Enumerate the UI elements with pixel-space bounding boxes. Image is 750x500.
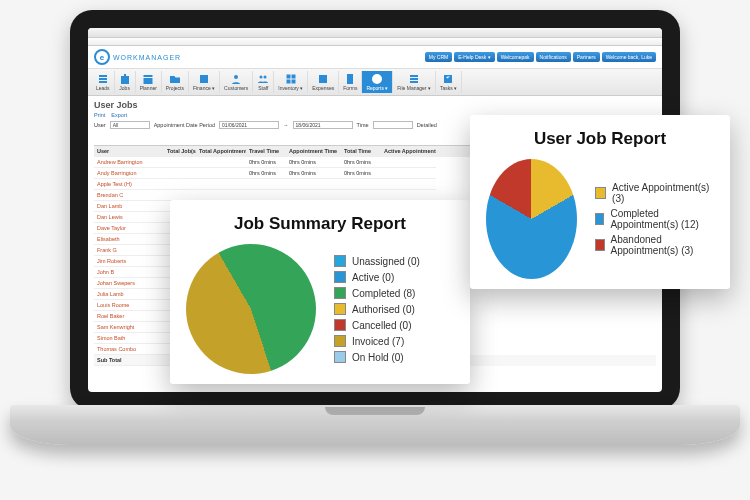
legend-swatch — [334, 303, 346, 315]
legend-item: Invoiced (7) — [334, 335, 420, 347]
user-link[interactable]: Frank G — [94, 245, 164, 256]
toolbar-forms[interactable]: Forms — [339, 71, 362, 93]
legend-swatch — [334, 287, 346, 299]
table-cell — [164, 157, 196, 168]
filter-time-label: Time — [357, 122, 369, 128]
legend-item: On Hold (0) — [334, 351, 420, 363]
legend-item: Abandoned Appointment(s) (3) — [595, 234, 714, 256]
user-link[interactable]: Dan Lamb — [94, 201, 164, 212]
toolbar-reports[interactable]: Reports ▾ — [362, 71, 393, 93]
legend-label: Active Appointment(s) (3) — [612, 182, 714, 204]
app-logo: e WORKMANAGER — [94, 49, 181, 65]
legend-item: Cancelled (0) — [334, 319, 420, 331]
toolbar-expenses-label: Expenses — [312, 85, 334, 91]
header-btn-notifications[interactable]: Notifications — [536, 52, 571, 62]
card-user-job-title: User Job Report — [486, 129, 714, 149]
action-print[interactable]: Print — [94, 112, 105, 118]
user-link[interactable]: Louis Roome — [94, 300, 164, 311]
toolbar-finance[interactable]: Finance ▾ — [189, 71, 220, 93]
main-toolbar: Leads Jobs Planner Projects Finance ▾ Cu… — [88, 69, 662, 96]
user-link[interactable]: Julia Lamb — [94, 289, 164, 300]
header-btn-helpdesk[interactable]: E-Help Desk ▾ — [454, 52, 494, 62]
table-header: Active Appointment — [381, 146, 436, 157]
header-btn-partners[interactable]: Partners — [573, 52, 600, 62]
table-header: User — [94, 146, 164, 157]
browser-tabbar — [88, 28, 662, 38]
user-link[interactable]: Andy Barrington — [94, 168, 164, 179]
toolbar-finance-label: Finance ▾ — [193, 85, 215, 91]
table-cell: 0hrs 0mins — [286, 168, 341, 179]
toolbar-staff[interactable]: Staff — [253, 71, 274, 93]
user-link[interactable]: Brendan C — [94, 190, 164, 201]
app-header: e WORKMANAGER My CRM E-Help Desk ▾ Welco… — [88, 46, 662, 69]
toolbar-planner-label: Planner — [140, 85, 157, 91]
toolbar-projects[interactable]: Projects — [162, 71, 189, 93]
filter-user-select[interactable]: All — [110, 121, 150, 129]
toolbar-projects-label: Projects — [166, 85, 184, 91]
table-header: Total Time — [341, 146, 381, 157]
legend-label: Authorised (0) — [352, 304, 415, 315]
toolbar-customers[interactable]: Customers — [220, 71, 253, 93]
user-link[interactable]: John B — [94, 267, 164, 278]
filter-detailed-label: Detailed — [417, 122, 437, 128]
user-link[interactable]: Johan Swepers — [94, 278, 164, 289]
toolbar-leads[interactable]: Leads — [92, 71, 115, 93]
toolbar-inventory[interactable]: Inventory ▾ — [274, 71, 308, 93]
legend-job-summary: Unassigned (0)Active (0)Completed (8)Aut… — [334, 251, 420, 367]
table-header: Appointment Time — [286, 146, 341, 157]
legend-label: Unassigned (0) — [352, 256, 420, 267]
table-header: Total Appointments(s) — [196, 146, 246, 157]
table-cell — [164, 168, 196, 179]
card-job-summary-title: Job Summary Report — [186, 214, 454, 234]
legend-label: On Hold (0) — [352, 352, 404, 363]
card-job-summary: Job Summary Report Unassigned (0)Active … — [170, 200, 470, 384]
toolbar-planner[interactable]: Planner — [136, 71, 162, 93]
user-link[interactable]: Apple Test (H) — [94, 179, 164, 190]
header-btn-welcomepak[interactable]: Welcomepak — [497, 52, 534, 62]
table-cell — [381, 179, 436, 190]
svg-point-2 — [264, 76, 267, 79]
user-link[interactable]: Roel Baker — [94, 311, 164, 322]
pie-user-job — [486, 159, 577, 279]
header-btn-welcome-user[interactable]: Welcome back, Luke — [602, 52, 656, 62]
user-link[interactable]: Dave Taylor — [94, 223, 164, 234]
toolbar-customers-label: Customers — [224, 85, 248, 91]
toolbar-filemanager[interactable]: File Manager ▾ — [393, 71, 436, 93]
table-header: Travel Time — [246, 146, 286, 157]
table-cell — [196, 179, 246, 190]
legend-label: Cancelled (0) — [352, 320, 411, 331]
pie-job-summary — [186, 244, 316, 374]
user-link[interactable]: Jim Roberts — [94, 256, 164, 267]
table-cell — [286, 179, 341, 190]
logo-glyph: e — [100, 53, 104, 62]
user-link[interactable]: Simon Bath — [94, 333, 164, 344]
legend-swatch — [595, 187, 606, 199]
user-link[interactable]: Thomas Combo — [94, 344, 164, 355]
legend-item: Active Appointment(s) (3) — [595, 182, 714, 204]
user-link[interactable]: Elisabeth — [94, 234, 164, 245]
filter-period-label: Appointment Date Period — [154, 122, 215, 128]
filter-date-from[interactable]: 01/06/2021 — [219, 121, 279, 129]
legend-swatch — [334, 335, 346, 347]
header-btn-mycrm[interactable]: My CRM — [425, 52, 452, 62]
toolbar-tasks[interactable]: Tasks ▾ — [436, 71, 462, 93]
browser-addressbar — [88, 38, 662, 46]
toolbar-jobs[interactable]: Jobs — [115, 71, 136, 93]
filter-date-to[interactable]: 18/06/2021 — [293, 121, 353, 129]
toolbar-filemanager-label: File Manager ▾ — [397, 85, 431, 91]
toolbar-expenses[interactable]: Expenses — [308, 71, 339, 93]
user-link[interactable]: Dan Lewis — [94, 212, 164, 223]
toolbar-jobs-label: Jobs — [119, 85, 130, 91]
legend-item: Authorised (0) — [334, 303, 420, 315]
legend-label: Active (0) — [352, 272, 394, 283]
user-link[interactable]: Sam Kenwright — [94, 322, 164, 333]
user-link[interactable]: Andrew Barrington — [94, 157, 164, 168]
table-header: Total Job(s) — [164, 146, 196, 157]
table-cell — [381, 168, 436, 179]
legend-swatch — [334, 351, 346, 363]
svg-point-0 — [234, 75, 238, 79]
toolbar-leads-label: Leads — [96, 85, 110, 91]
action-export[interactable]: Export — [111, 112, 127, 118]
filter-time-input[interactable] — [373, 121, 413, 129]
legend-swatch — [334, 271, 346, 283]
